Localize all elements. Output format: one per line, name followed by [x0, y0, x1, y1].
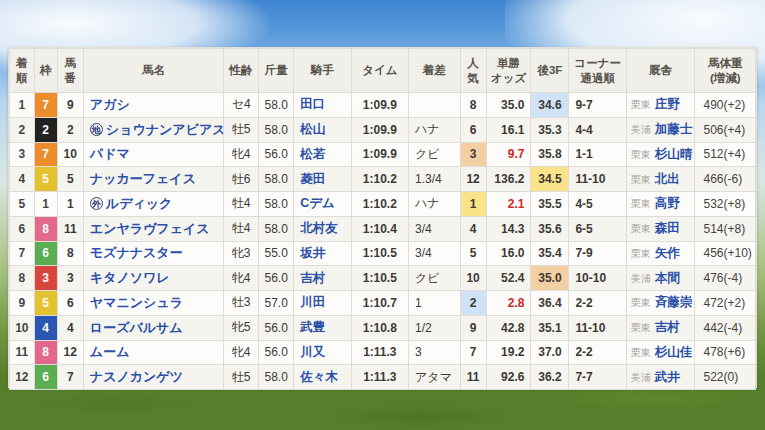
cell-name: 地ショウナンアビアス	[83, 117, 223, 142]
cell-stable: 美浦加藤士	[626, 117, 695, 142]
cell-time: 1:09.9	[351, 93, 408, 118]
jockey-link[interactable]: 佐々木	[300, 370, 338, 384]
horse-link[interactable]: ナスノカンゲツ	[90, 369, 183, 384]
jockey-link[interactable]: Cデム	[300, 196, 335, 210]
cell-pos: 7	[10, 241, 35, 266]
col-header-sexage: 性齢	[224, 49, 259, 93]
cell-jockey: 川又	[294, 340, 351, 365]
trainer-link[interactable]: 斉藤崇	[655, 295, 693, 309]
cell-load: 56.0	[259, 315, 294, 340]
cell-f3: 34.6	[531, 93, 569, 118]
jockey-link[interactable]: 松若	[300, 147, 325, 161]
horse-link[interactable]: ルディック	[106, 196, 173, 211]
horse-link[interactable]: パドマ	[90, 146, 130, 161]
col-header-time: タイム	[351, 49, 408, 93]
cell-corner: 4-4	[569, 117, 626, 142]
table-row: 455ナッカーフェイス牡658.0菱田1:10.21.3/412136.234.…	[10, 167, 756, 192]
trainer-link[interactable]: 高野	[655, 196, 680, 210]
cell-sexage: 牝4	[224, 340, 259, 365]
jockey-link[interactable]: 北村友	[300, 221, 338, 235]
horse-link[interactable]: キタノソワレ	[90, 270, 170, 285]
jockey-link[interactable]: 吉村	[300, 271, 325, 285]
cell-stable: 美浦武井	[626, 365, 695, 390]
horse-link[interactable]: アガシ	[90, 97, 130, 112]
cell-f3: 36.4	[531, 291, 569, 316]
trainer-link[interactable]: 加藤士	[655, 122, 693, 136]
cell-load: 56.0	[259, 142, 294, 167]
table-row: 511外ルディック牡458.0Cデム1:10.2ハナ12.135.54-5栗東高…	[10, 192, 756, 217]
horse-link[interactable]: モズナナスター	[90, 245, 183, 260]
trainer-link[interactable]: 森田	[655, 221, 680, 235]
jockey-link[interactable]: 菱田	[300, 172, 325, 186]
col-header-name: 馬名	[83, 49, 223, 93]
trainer-link[interactable]: 杉山佳	[655, 345, 693, 359]
cell-sexage: 牝3	[224, 241, 259, 266]
cell-frame: 8	[34, 216, 57, 241]
cell-f3: 35.3	[531, 117, 569, 142]
horse-link[interactable]: エンヤラヴフェイス	[90, 221, 210, 236]
cell-sexage: 牡3	[224, 291, 259, 316]
cell-stable: 美浦本間	[626, 266, 695, 291]
trainer-link[interactable]: 吉村	[655, 320, 680, 334]
jockey-link[interactable]: 坂井	[300, 246, 325, 260]
trainer-link[interactable]: 庄野	[655, 97, 680, 111]
col-header-pos: 着 順	[10, 49, 35, 93]
col-header-pop: 人 気	[460, 49, 486, 93]
results-body: 179アガシセ458.0田口1:09.9835.034.69-7栗東庄野490(…	[10, 93, 756, 390]
cell-sexage: 牝5	[224, 315, 259, 340]
horse-link[interactable]: ヤマニンシュラ	[90, 295, 183, 310]
cell-pop: 12	[460, 167, 486, 192]
cell-f3: 35.5	[531, 192, 569, 217]
table-row: 6811エンヤラヴフェイス牡458.0北村友1:10.43/4414.335.6…	[10, 216, 756, 241]
cell-corner: 10-10	[569, 266, 626, 291]
cell-num: 1	[57, 192, 83, 217]
stable-region-label: 美浦	[631, 273, 651, 284]
horse-link[interactable]: ローズバルサム	[90, 320, 183, 335]
stable-region-label: 栗東	[631, 297, 651, 308]
cell-pop: 4	[460, 216, 486, 241]
trainer-link[interactable]: 武井	[655, 370, 680, 384]
cell-name: キタノソワレ	[83, 266, 223, 291]
cell-time: 1:10.4	[351, 216, 408, 241]
horse-link[interactable]: ナッカーフェイス	[90, 171, 196, 186]
cell-weight: 506(+4)	[695, 117, 756, 142]
cell-load: 56.0	[259, 340, 294, 365]
cell-stable: 栗東高野	[626, 192, 695, 217]
stable-region-label: 栗東	[631, 248, 651, 259]
jockey-link[interactable]: 武豊	[300, 320, 325, 334]
cell-load: 58.0	[259, 216, 294, 241]
cell-time: 1:10.5	[351, 266, 408, 291]
cell-sexage: セ4	[224, 93, 259, 118]
cell-sexage: 牡4	[224, 216, 259, 241]
cell-pos: 1	[10, 93, 35, 118]
trainer-link[interactable]: 北出	[655, 172, 680, 186]
cell-pos: 3	[10, 142, 35, 167]
cell-load: 55.0	[259, 241, 294, 266]
cell-num: 10	[57, 142, 83, 167]
cell-pos: 6	[10, 216, 35, 241]
cell-corner: 11-10	[569, 167, 626, 192]
horse-link[interactable]: ショウナンアビアス	[106, 122, 224, 137]
jockey-link[interactable]: 川田	[300, 295, 325, 309]
cell-jockey: 北村友	[294, 216, 351, 241]
cell-name: ナッカーフェイス	[83, 167, 223, 192]
cell-num: 7	[57, 365, 83, 390]
table-row: 956ヤマニンシュラ牡357.0川田1:10.7122.836.42-2栗東斉藤…	[10, 291, 756, 316]
cell-odds: 92.6	[486, 365, 531, 390]
jockey-link[interactable]: 田口	[300, 97, 325, 111]
cell-pos: 2	[10, 117, 35, 142]
cell-corner: 4-5	[569, 192, 626, 217]
trainer-link[interactable]: 杉山晴	[655, 147, 693, 161]
horse-link[interactable]: ムーム	[90, 344, 130, 359]
cell-name: モズナナスター	[83, 241, 223, 266]
trainer-link[interactable]: 矢作	[655, 246, 680, 260]
trainer-link[interactable]: 本間	[655, 271, 680, 285]
cell-name: ローズバルサム	[83, 315, 223, 340]
jockey-link[interactable]: 松山	[300, 122, 325, 136]
cell-margin: アタマ	[409, 365, 460, 390]
cell-sexage: 牝4	[224, 266, 259, 291]
cell-sexage: 牡5	[224, 365, 259, 390]
table-row: 11812ムーム牝456.0川又1:11.33719.237.02-2栗東杉山佳…	[10, 340, 756, 365]
stable-region-label: 栗東	[631, 322, 651, 333]
jockey-link[interactable]: 川又	[300, 345, 325, 359]
